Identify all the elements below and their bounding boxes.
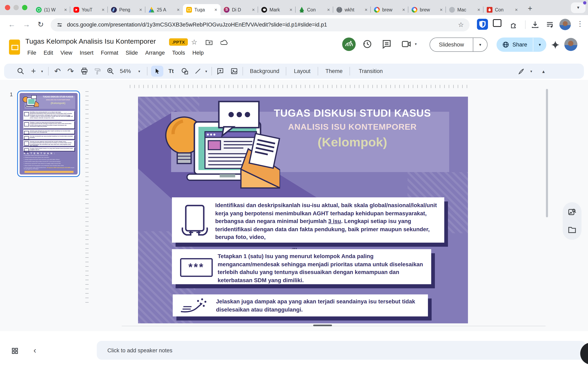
meet-camera-icon[interactable]: [401, 39, 412, 49]
paint-format-icon[interactable]: [91, 64, 103, 79]
shape-tool-icon[interactable]: [179, 64, 190, 79]
line-tool-icon[interactable]: [193, 64, 203, 79]
text-box-tool[interactable]: Tt: [166, 64, 176, 79]
browser-tab-whatsapp[interactable]: (1) W×: [33, 4, 70, 15]
tab-close-icon[interactable]: ×: [102, 7, 104, 12]
tab-close-icon[interactable]: ×: [214, 7, 217, 12]
menu-help[interactable]: Help: [189, 48, 208, 58]
print-button[interactable]: [78, 64, 90, 79]
layout-button[interactable]: Layout: [290, 64, 314, 79]
browser-tab-did[interactable]: Di D×: [221, 4, 258, 15]
collapse-filmstrip-icon[interactable]: ‹: [34, 346, 36, 355]
slide-canvas[interactable]: TUGAS DISKUSI STUDI KASUS ANALISIS ISU K…: [138, 97, 468, 323]
browser-tab-wkht[interactable]: wkht×: [333, 4, 371, 15]
tab-close-icon[interactable]: ×: [477, 7, 480, 12]
gemini-sparkle-icon[interactable]: [550, 40, 560, 50]
slideshow-dropdown[interactable]: ▾: [473, 38, 487, 51]
browser-profile-avatar[interactable]: [559, 19, 571, 30]
downloads-icon[interactable]: [531, 20, 539, 29]
back-button[interactable]: ←: [8, 20, 16, 29]
tab-close-icon[interactable]: ×: [365, 7, 367, 12]
pen-dropdown[interactable]: ▾: [528, 64, 534, 79]
redo-button[interactable]: ↷: [65, 64, 77, 79]
tab-close-icon[interactable]: ×: [402, 7, 405, 12]
slide-thumbnail-selected[interactable]: TUGAS DISKUSI STUDI KASUS ANALISIS ISU K…: [17, 91, 80, 177]
slide-text-box-1[interactable]: Identifikasi dan deskripsikanlah isu-isu…: [172, 197, 444, 243]
star-document-icon[interactable]: ☆: [191, 38, 198, 47]
slideshow-button[interactable]: Slideshow ▾: [430, 38, 488, 52]
bookmark-star-icon[interactable]: ☆: [458, 21, 464, 29]
insert-image-icon[interactable]: [228, 64, 240, 79]
new-slide-dropdown[interactable]: ▾: [39, 64, 45, 79]
box2-text[interactable]: Tetapkan 1 (satu) Isu yang menurut kelom…: [218, 252, 427, 284]
menu-arrange[interactable]: Arrange: [141, 48, 168, 58]
search-menus-icon[interactable]: [15, 64, 26, 79]
tab-close-icon[interactable]: ×: [440, 7, 443, 12]
tab-search-button[interactable]: ▾: [571, 2, 586, 13]
canvas-vertical-scrollbar[interactable]: [546, 89, 548, 217]
menu-format[interactable]: Format: [97, 48, 122, 58]
account-avatar[interactable]: [564, 38, 577, 51]
box1-text[interactable]: Identifikasi dan deskripsikanlah isu-isu…: [215, 201, 439, 242]
notes-resize-handle[interactable]: [313, 325, 332, 326]
tab-close-icon[interactable]: ×: [139, 7, 142, 12]
address-bar[interactable]: docs.google.com/presentation/d/1y3mCSGXB…: [51, 18, 470, 31]
zoom-level-value[interactable]: 54%: [118, 64, 133, 79]
new-tab-button[interactable]: +: [524, 3, 536, 15]
browser-tab-drive[interactable]: 25 A×: [145, 4, 183, 15]
tab-close-icon[interactable]: ×: [64, 7, 67, 12]
menu-file[interactable]: File: [24, 48, 40, 58]
line-tool-dropdown[interactable]: ▾: [203, 64, 209, 79]
menu-insert[interactable]: Insert: [76, 48, 97, 58]
undo-button[interactable]: ↶: [52, 64, 64, 79]
collapse-toolbar-icon[interactable]: ▴: [538, 64, 549, 79]
speaker-notes-input[interactable]: Click to add speaker notes: [97, 341, 586, 360]
media-controls-icon[interactable]: [545, 20, 554, 29]
tab-close-icon[interactable]: ×: [252, 7, 255, 12]
minimize-window-button[interactable]: [13, 5, 19, 10]
zoom-dropdown[interactable]: ▾: [136, 64, 142, 79]
select-tool-active[interactable]: [151, 66, 163, 77]
tab-close-icon[interactable]: ×: [177, 7, 180, 12]
browser-tab-tree[interactable]: Con×: [296, 4, 333, 15]
browser-tab-github[interactable]: Mark×: [258, 4, 296, 15]
reload-button[interactable]: ↻: [38, 20, 44, 29]
window-star-extension-icon[interactable]: ★: [493, 19, 503, 29]
browser-tab-brew1[interactable]: brew×: [371, 4, 408, 15]
version-history-icon[interactable]: [362, 39, 372, 49]
new-slide-button[interactable]: +: [29, 64, 38, 79]
browser-menu-kebab-icon[interactable]: ⋮: [577, 20, 584, 28]
maximize-window-button[interactable]: [22, 5, 27, 10]
document-title[interactable]: Tugas Kelompok Analisis Isu Kontemporer: [25, 38, 156, 46]
comments-icon[interactable]: [381, 39, 392, 49]
tab-close-icon[interactable]: ×: [327, 7, 330, 12]
camera-dropdown-icon[interactable]: ▾: [415, 42, 417, 46]
share-button[interactable]: Share ▾: [497, 38, 546, 52]
box3-text[interactable]: Jelaskan juga dampak apa yang akan terja…: [216, 298, 424, 314]
slide-text-box-3[interactable]: Jelaskan juga dampak apa yang akan terja…: [173, 294, 428, 317]
theme-button[interactable]: Theme: [322, 64, 346, 79]
tab-close-icon[interactable]: ×: [515, 7, 518, 12]
tab-close-icon[interactable]: ×: [290, 7, 292, 12]
share-dropdown[interactable]: ▾: [533, 38, 546, 51]
menu-tools[interactable]: Tools: [168, 48, 189, 58]
slides-app-icon[interactable]: [9, 40, 20, 55]
slide-text-box-2[interactable]: *** Tetapkan 1 (satu) Isu yang menurut k…: [172, 249, 431, 284]
move-to-folder-icon[interactable]: [205, 39, 213, 45]
menu-view[interactable]: View: [57, 48, 76, 58]
bitwarden-extension-icon[interactable]: [477, 19, 488, 30]
folder-icon[interactable]: [568, 225, 577, 234]
browser-tab-mac[interactable]: Mac×: [446, 4, 484, 15]
url-text[interactable]: docs.google.com/presentation/d/1y3mCSGXB…: [67, 22, 327, 28]
laser-pen-icon[interactable]: [516, 64, 527, 79]
browser-tab-flame[interactable]: Con×: [484, 4, 521, 15]
zoom-in-icon[interactable]: [104, 64, 116, 79]
browser-tab-peng[interactable]: Peng×: [108, 4, 145, 15]
browser-tab-brew2[interactable]: brew×: [408, 4, 446, 15]
menu-edit[interactable]: Edit: [40, 48, 57, 58]
background-button[interactable]: Background: [247, 64, 283, 79]
forward-button[interactable]: →: [23, 20, 30, 29]
menu-slide[interactable]: Slide: [122, 48, 141, 58]
site-settings-icon[interactable]: [56, 21, 63, 28]
close-window-button[interactable]: [5, 5, 10, 10]
